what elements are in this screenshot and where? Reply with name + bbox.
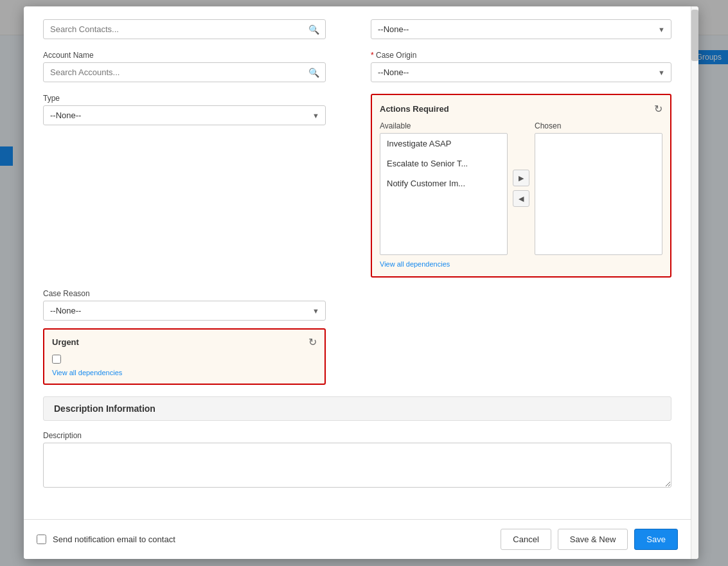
contact-search-wrapper: 🔍 [43,19,326,39]
type-select-wrapper: --None-- ▼ [43,105,326,125]
contact-search-icon: 🔍 [308,24,319,35]
modal-footer: Send notification email to contact Cance… [24,519,691,559]
case-reason-field: Case Reason --None-- ▼ Urgent ↻ [43,289,351,385]
account-label: Account Name [43,51,351,60]
type-actions-row: Type --None-- ▼ Actions Required ↻ [43,94,671,278]
notification-label: Send notification email to contact [53,535,175,544]
scrollbar[interactable] [691,6,698,559]
save-new-button[interactable]: Save & New [558,529,628,550]
list-item[interactable]: Escalate to Senior T... [380,154,507,173]
case-origin-select-wrapper: --None-- ▼ [371,62,671,82]
account-origin-row: Account Name 🔍 Case Origin --None-- ▼ [43,51,671,82]
modal-body: 🔍 --None-- ▼ Account Name [24,6,691,519]
status-field: --None-- ▼ [371,19,671,39]
type-label: Type [43,94,351,103]
actions-required-header: Actions Required ↻ [380,103,662,115]
urgent-view-deps-link[interactable]: View all dependencies [52,369,122,376]
actions-view-deps-link[interactable]: View all dependencies [380,260,450,268]
type-select[interactable]: --None-- [43,105,326,125]
case-reason-row: Case Reason --None-- ▼ Urgent ↻ [43,289,671,385]
move-right-button[interactable]: ▶ [513,170,529,186]
case-reason-select-wrapper: --None-- ▼ [43,301,326,321]
footer-left: Send notification email to contact [37,535,175,544]
chosen-listbox[interactable] [535,133,662,255]
description-section-header: Description Information [43,396,671,421]
notification-checkbox[interactable] [37,535,46,544]
page-background: 4023. Groups 🔍 [0,0,728,566]
dual-listbox: Available Investigate ASAP Escalate to S… [380,121,662,255]
save-button[interactable]: Save [634,529,678,550]
case-origin-label: Case Origin [371,51,671,60]
urgent-box: Urgent ↻ View all dependencies [43,328,326,385]
actions-required-reset-icon[interactable]: ↻ [654,103,662,115]
chosen-section: Chosen [535,121,662,255]
case-reason-select[interactable]: --None-- [43,301,326,321]
actions-required-box: Actions Required ↻ Available Investigate… [371,94,671,278]
account-search-wrapper: 🔍 [43,62,326,82]
case-origin-field: Case Origin --None-- ▼ [371,51,671,82]
cancel-button[interactable]: Cancel [501,529,551,550]
account-search-icon: 🔍 [308,67,319,78]
description-textarea[interactable] [43,443,671,488]
list-item[interactable]: Notify Customer Im... [380,173,507,193]
description-label: Description [43,431,671,440]
contact-field: 🔍 [43,19,351,39]
type-field: Type --None-- ▼ [43,94,351,125]
footer-buttons: Cancel Save & New Save [501,529,678,550]
modal-dialog: 🔍 --None-- ▼ Account Name [24,6,698,559]
urgent-reset-icon[interactable]: ↻ [308,336,317,348]
list-item[interactable]: Investigate ASAP [380,134,507,154]
urgent-checkbox[interactable] [52,355,61,364]
account-search-input[interactable] [43,62,326,82]
chosen-label: Chosen [535,121,662,130]
description-section: Description Information Description [43,396,671,490]
actions-required-section: Actions Required ↻ Available Investigate… [371,94,671,278]
urgent-title: Urgent [52,337,79,347]
status-select[interactable]: --None-- [371,19,671,39]
scrollbar-thumb[interactable] [691,10,698,61]
contact-status-row: 🔍 --None-- ▼ [43,19,671,39]
available-listbox[interactable]: Investigate ASAP Escalate to Senior T...… [380,133,508,255]
case-reason-label: Case Reason [43,289,351,298]
contact-search-input[interactable] [43,19,326,39]
case-origin-select[interactable]: --None-- [371,62,671,82]
urgent-checkbox-row [52,355,317,364]
available-section: Available Investigate ASAP Escalate to S… [380,121,508,255]
urgent-header: Urgent ↻ [52,336,317,348]
move-left-button[interactable]: ◀ [513,190,529,207]
account-field: Account Name 🔍 [43,51,351,82]
status-select-wrapper: --None-- ▼ [371,19,671,39]
actions-required-title: Actions Required [380,104,449,114]
available-label: Available [380,121,508,130]
listbox-controls: ▶ ◀ [513,170,529,207]
